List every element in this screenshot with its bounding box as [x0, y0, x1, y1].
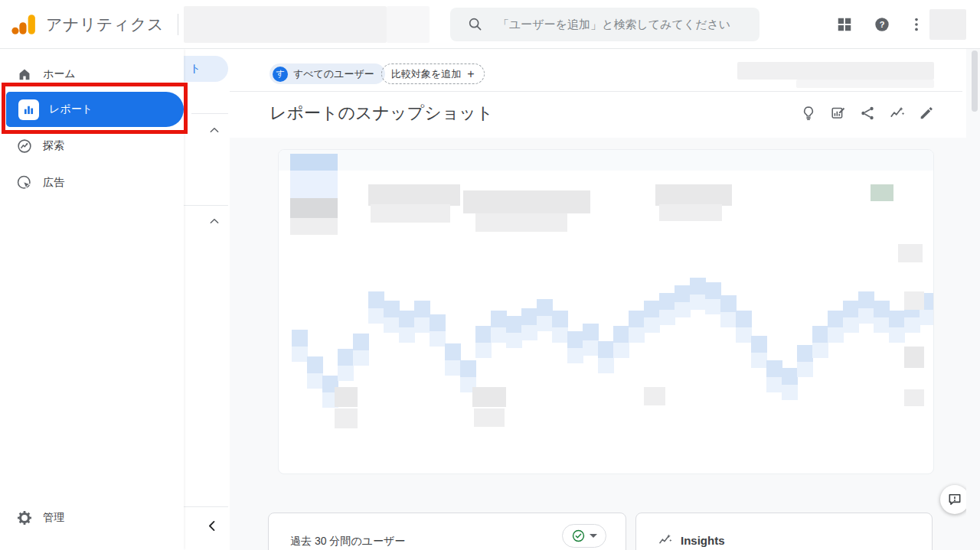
blur-block: [371, 204, 450, 223]
scrollbar-track: [966, 49, 980, 550]
blur-block: [675, 302, 691, 317]
blur-block: [736, 311, 752, 327]
analytics-logo-icon: [11, 11, 37, 37]
sidebar-item-ads[interactable]: 広告: [0, 165, 184, 200]
blur-block: [644, 387, 665, 405]
plus-icon: +: [467, 67, 474, 81]
subnav-divider: [191, 113, 228, 114]
insights-lightbulb-icon[interactable]: [799, 104, 818, 122]
blur-block: [843, 317, 859, 333]
feedback-button[interactable]: [940, 485, 969, 514]
insights-sparkline-icon: [658, 532, 673, 548]
apps-grid-icon[interactable]: [836, 16, 853, 36]
blur-block: [491, 311, 507, 327]
blur-block: [399, 327, 415, 343]
blur-block: [368, 308, 384, 324]
subnav-collapse-icon[interactable]: [205, 519, 220, 536]
blur-block: [552, 327, 568, 343]
caret-down-icon: [590, 534, 597, 538]
blur-block: [613, 343, 629, 358]
blur-block: [644, 301, 660, 317]
blur-block: [904, 389, 924, 406]
blurred-property-selector[interactable]: [184, 6, 387, 43]
blur-block: [567, 348, 583, 363]
blur-block: [613, 326, 629, 343]
realtime-status-dropdown[interactable]: [562, 524, 606, 548]
blur-block: [904, 291, 924, 310]
customize-report-icon[interactable]: [829, 104, 848, 122]
scrollbar-thumb[interactable]: [972, 50, 978, 112]
sidebar-item-home[interactable]: ホーム: [0, 57, 184, 92]
blur-block: [874, 301, 890, 317]
blur-block: [290, 198, 338, 218]
blur-block: [384, 317, 400, 333]
sidebar-item-reports[interactable]: レポート: [6, 92, 184, 127]
blur-block: [920, 310, 934, 325]
share-icon[interactable]: [858, 104, 877, 122]
blur-block: [828, 327, 844, 343]
blur-block: [506, 333, 522, 348]
subnav-divider: [184, 506, 228, 507]
sidebar-item-explore[interactable]: 探索: [0, 129, 184, 164]
sidebar-item-admin[interactable]: 管理: [0, 500, 184, 535]
blurred-date-range-picker[interactable]: [737, 62, 934, 80]
blur-block: [475, 326, 492, 343]
blur-block: [460, 360, 476, 377]
blur-block: [292, 330, 308, 347]
blur-block: [537, 299, 553, 316]
blur-block: [368, 184, 460, 206]
subnav-collapse-section-icon[interactable]: [208, 216, 220, 231]
search-bar[interactable]: 「ユーザーを追加」と検索してみてください: [450, 8, 760, 41]
blurred-account-avatar[interactable]: [929, 9, 966, 40]
overflow-menu-icon[interactable]: [908, 16, 925, 36]
blur-block: [904, 347, 924, 368]
blur-block: [812, 343, 828, 358]
sidebar-item-label: 探索: [43, 139, 64, 153]
blur-block: [463, 190, 590, 213]
blur-block: [751, 353, 767, 368]
blur-block: [766, 360, 782, 377]
subnav-divider: [184, 205, 228, 206]
help-icon[interactable]: ?: [874, 16, 890, 36]
blur-block: [353, 334, 369, 350]
sidebar-item-label: レポート: [49, 103, 93, 116]
sidebar-item-label: 管理: [43, 511, 64, 525]
blur-block: [567, 331, 583, 348]
explore-icon: [15, 137, 34, 155]
app-window: アナリティクス 「ユーザーを追加」と検索してみてください ?: [0, 0, 980, 550]
blur-block: [629, 311, 645, 327]
search-placeholder: 「ユーザーを追加」と検索してみてください: [498, 18, 730, 32]
blur-block: [705, 282, 721, 299]
blur-block: [751, 336, 767, 353]
edit-pencil-icon[interactable]: [917, 104, 936, 122]
blurred-property-selector-secondary[interactable]: [387, 6, 430, 43]
blur-block: [506, 316, 522, 333]
insights-card-title: Insights: [681, 534, 725, 547]
realtime-users-card: 過去 30 分間のユーザー: [268, 513, 626, 550]
segment-chip-all-users[interactable]: す すべてのユーザー: [270, 63, 385, 84]
blur-block: [491, 327, 507, 343]
blur-block: [720, 312, 737, 327]
analytics-logo[interactable]: アナリティクス: [11, 11, 164, 37]
blur-block: [644, 317, 660, 333]
blur-block: [583, 324, 599, 340]
blur-block: [552, 311, 568, 327]
blur-block: [659, 293, 675, 310]
blur-block: [335, 408, 358, 428]
insights-sparkline-icon[interactable]: [888, 104, 906, 122]
blur-block: [797, 345, 813, 362]
blur-block: [399, 311, 415, 327]
blur-block: [521, 325, 537, 340]
add-comparison-chip[interactable]: 比較対象を追加 +: [381, 63, 485, 84]
insights-card: Insights: [635, 513, 933, 550]
blur-block: [290, 218, 338, 235]
blur-block: [475, 343, 492, 358]
blur-block: [898, 244, 923, 262]
app-header: アナリティクス 「ユーザーを追加」と検索してみてください ?: [0, 0, 980, 49]
blur-block: [904, 317, 920, 333]
add-comparison-label: 比較対象を追加: [391, 67, 461, 81]
subnav-collapse-section-icon[interactable]: [208, 125, 220, 140]
segment-chip-initial: す: [273, 67, 288, 82]
blur-block: [797, 362, 813, 377]
blur-block: [766, 377, 782, 392]
